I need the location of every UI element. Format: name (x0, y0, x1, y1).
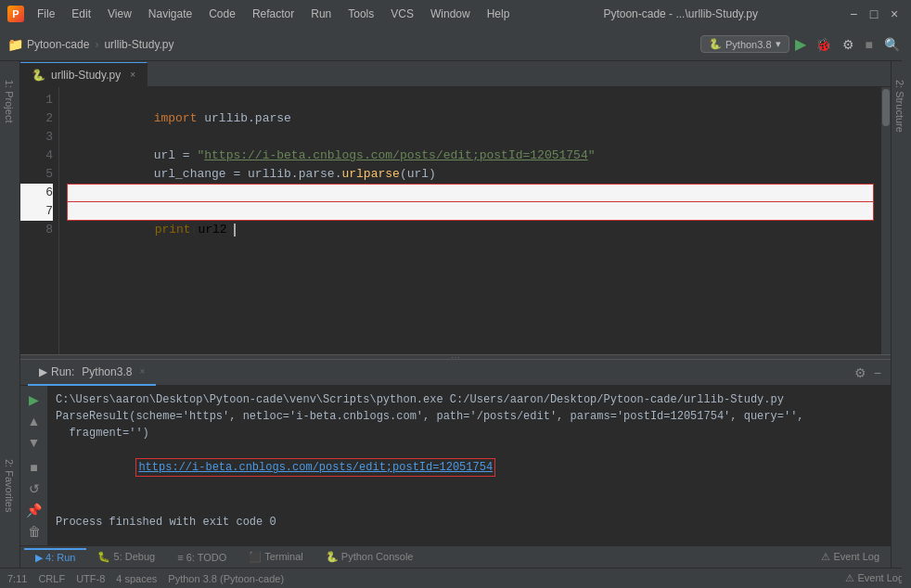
bottom-tab-todo[interactable]: ≡ 6: TODO (166, 550, 237, 565)
line-ending[interactable]: CRLF (38, 573, 65, 584)
cursor-position[interactable]: 7:11 (7, 573, 27, 584)
run-config-label: Python3.8 (82, 365, 132, 378)
menu-edit[interactable]: Edit (64, 4, 98, 24)
menu-refactor[interactable]: Refactor (245, 4, 302, 24)
bottom-tab-python-console[interactable]: 🐍 Python Console (314, 549, 425, 565)
menu-code[interactable]: Code (201, 4, 243, 24)
code-editor: 1 2 3 4 5 6 7 8 import urllib.parse (20, 87, 891, 354)
folder-icon: 📁 (7, 37, 23, 52)
run-scroll-up-button[interactable]: ▲ (23, 411, 45, 430)
output-link-line: https://i-beta.cnblogs.com/posts/edit;po… (56, 441, 883, 493)
maximize-button[interactable]: □ (865, 5, 883, 23)
encoding[interactable]: UTF-8 (76, 573, 105, 584)
output-url-link[interactable]: https://i-beta.cnblogs.com/posts/edit;po… (135, 458, 495, 477)
line-num-5: 5 (20, 165, 53, 184)
run-pin-button[interactable]: 📌 (23, 501, 45, 520)
run-tab-label: Run: (51, 365, 74, 378)
code-line-4: url_change = urllib.parse.urlparse(url) (67, 147, 874, 165)
minimize-button[interactable]: − (844, 5, 863, 23)
menu-navigate[interactable]: Navigate (141, 4, 199, 24)
dropdown-arrow-icon: ▾ (776, 38, 781, 50)
toolbar-project: 📁 Pytoon-cade › urllib-Study.py (7, 37, 174, 52)
statusbar: 7:11 CRLF UTF-8 4 spaces Python 3.8 (Pyt… (0, 568, 911, 588)
code-line-2 (67, 109, 874, 128)
line-num-2: 2 (20, 109, 53, 128)
output-blank (56, 497, 883, 514)
python-interpreter-status[interactable]: Python 3.8 (Pytoon-cade) (168, 573, 284, 584)
file-name[interactable]: urllib-Study.py (104, 38, 173, 51)
menu-vcs[interactable]: VCS (383, 4, 421, 24)
right-sidebar: 2: Structure (891, 61, 911, 568)
menu-help[interactable]: Help (480, 4, 518, 24)
menu-run[interactable]: Run (303, 4, 339, 24)
toolbar-right: 🐍 Python3.8 ▾ ▶ 🐞 ⚙ ■ 🔍 (700, 33, 904, 55)
run-settings-button[interactable]: ⚙ (853, 364, 868, 382)
line-num-4: 4 (20, 147, 53, 165)
tab-label: urllib-Study.py (51, 69, 121, 82)
code-content[interactable]: import urllib.parse url = "https://i-bet… (59, 87, 881, 354)
run-button[interactable]: ▶ (793, 33, 808, 55)
output-command: C:\Users\aaron\Desktop\Pytoon-cade\venv\… (56, 391, 883, 408)
window-controls: − □ × (844, 5, 904, 23)
scrollbar-thumb[interactable] (882, 89, 890, 126)
bottom-tabs-bar: ▶ 4: Run 🐛 5: Debug ≡ 6: TODO ⬛ Terminal… (20, 545, 891, 568)
titlebar-left: P File Edit View Navigate Code Refactor … (7, 4, 517, 24)
toolbar: 📁 Pytoon-cade › urllib-Study.py 🐍 Python… (0, 28, 911, 61)
line-num-6: 6 (20, 184, 53, 202)
event-log-status[interactable]: ⚠ Event Log (845, 572, 904, 584)
run-scroll-down-button[interactable]: ▼ (23, 432, 45, 452)
run-hide-button[interactable]: − (872, 364, 883, 382)
bottom-tab-bar: ▶ Run: Python3.8 × ⚙ − (20, 360, 891, 386)
breadcrumb-separator: › (95, 38, 98, 51)
code-line-3: url = "https://i-beta.cnblogs.com/posts/… (67, 128, 874, 147)
bottom-tab-run[interactable]: ▶ 4: Run (24, 548, 86, 566)
run-clear-button[interactable]: 🗑 (23, 522, 45, 542)
project-name[interactable]: Pytoon-cade (27, 38, 89, 51)
debug-button[interactable]: 🐞 (812, 35, 835, 54)
line-num-1: 1 (20, 91, 53, 109)
run-stop-button[interactable]: ■ (23, 457, 45, 477)
menu-window[interactable]: Window (423, 4, 478, 24)
menu-view[interactable]: View (100, 4, 139, 24)
run-play-button[interactable]: ▶ (23, 390, 45, 409)
search-button[interactable]: 🔍 (880, 35, 904, 54)
line-num-3: 3 (20, 128, 53, 147)
titlebar: P File Edit View Navigate Code Refactor … (0, 0, 911, 28)
sidebar-item-structure[interactable]: 2: Structure (894, 80, 905, 133)
menu-file[interactable]: File (30, 4, 62, 24)
python-icon: 🐍 (709, 38, 722, 50)
run-sidebar: ▶ ▲ ▼ ■ ↺ 📌 🗑 (20, 386, 48, 545)
run-output: C:\Users\aaron\Desktop\Pytoon-cade\venv\… (48, 386, 891, 545)
indent-settings[interactable]: 4 spaces (116, 573, 157, 584)
event-log-button[interactable]: ⚠ Event Log (814, 549, 887, 565)
vertical-scrollbar[interactable] (881, 87, 891, 354)
run-tab[interactable]: ▶ Run: Python3.8 × (28, 360, 156, 386)
run-tab-controls: ⚙ − (853, 364, 883, 382)
build-button[interactable]: ⚙ (839, 35, 858, 54)
editor-tab-urllib[interactable]: 🐍 urllib-Study.py × (20, 62, 148, 86)
python-interpreter-button[interactable]: 🐍 Python3.8 ▾ (700, 35, 789, 53)
output-fragment: fragment='') (56, 425, 883, 441)
app-icon: P (7, 6, 24, 22)
close-button[interactable]: × (885, 5, 904, 23)
bottom-tab-debug[interactable]: 🐛 5: Debug (86, 549, 166, 565)
sidebar-item-project[interactable]: 1: Project (4, 80, 15, 122)
run-tab-close[interactable]: × (139, 366, 145, 377)
code-line-7: print(url2) (67, 202, 874, 221)
code-line-6: url2 = urllib.parse.urlunparse(url_chang… (67, 184, 874, 202)
left-sidebar: 1: Project 2: Favorites (0, 61, 20, 568)
stop-button[interactable]: ■ (862, 35, 877, 54)
bottom-tab-terminal[interactable]: ⬛ Terminal (237, 549, 314, 565)
run-rerun-button[interactable]: ↺ (23, 479, 45, 499)
window-title: Pytoon-cade - ...\urllib-Study.py (603, 7, 758, 20)
output-parse-result: ParseResult(scheme='https', netloc='i-be… (56, 408, 883, 425)
menu-tools[interactable]: Tools (340, 4, 381, 24)
sidebar-item-favorites[interactable]: 2: Favorites (4, 459, 15, 512)
python-version-label: Python3.8 (725, 39, 772, 50)
bottom-panel: ▶ Run: Python3.8 × ⚙ − ▶ ▲ ▼ ■ ↺ (20, 360, 891, 545)
tab-close-icon[interactable]: × (130, 70, 135, 80)
line-num-8: 8 (20, 221, 53, 239)
code-line-8 (67, 221, 874, 239)
titlebar-menu: File Edit View Navigate Code Refactor Ru… (30, 4, 517, 24)
editor-column: 🐍 urllib-Study.py × 1 2 3 4 5 6 7 8 (20, 61, 891, 568)
